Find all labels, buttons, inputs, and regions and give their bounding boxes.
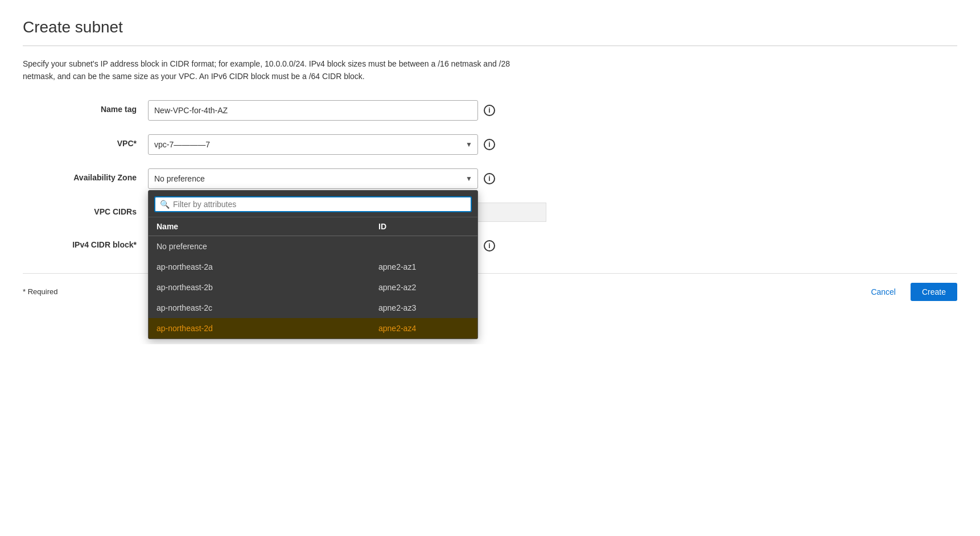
vpc-select[interactable]: vpc-7————7 ▼	[148, 134, 478, 155]
az-info-icon[interactable]: i	[484, 173, 495, 184]
ipv4-cidr-label: IPv4 CIDR block*	[23, 236, 148, 249]
name-tag-label: Name tag	[23, 100, 148, 114]
vpc-select-wrap: vpc-7————7 ▼	[148, 134, 478, 155]
dropdown-item-name-4: ap-northeast-2d	[157, 324, 378, 333]
dropdown-item-id-1: apne2-az1	[378, 262, 470, 271]
dropdown-search-inner: 🔍	[154, 196, 472, 212]
dropdown-items-container: No preferenceap-northeast-2aapne2-az1ap-…	[149, 236, 477, 339]
vpc-control: vpc-7————7 ▼ i	[148, 134, 495, 155]
vpc-value: vpc-7————7	[154, 140, 210, 149]
az-label: Availability Zone	[23, 168, 148, 182]
dropdown-item-0[interactable]: No preference	[149, 236, 477, 257]
dropdown-item-4[interactable]: ap-northeast-2dapne2-az4	[149, 318, 477, 339]
form-section: Name tag i VPC* vpc-7————7 ▼ i Availabi	[23, 100, 957, 256]
dropdown-search-area: 🔍	[149, 191, 477, 217]
az-row: Availability Zone No preference ▼ 🔍	[23, 168, 957, 189]
cancel-button[interactable]: Cancel	[863, 283, 904, 301]
page-description: Specify your subnet's IP address block i…	[23, 57, 535, 83]
az-select-wrap: No preference ▼ 🔍 Name I	[148, 168, 478, 189]
page-title: Create subnet	[23, 18, 957, 36]
dropdown-item-name-1: ap-northeast-2a	[157, 262, 378, 271]
page-container: Create subnet Specify your subnet's IP a…	[0, 0, 980, 344]
az-dropdown-menu: 🔍 Name ID No preferenceap-northeast-2aap…	[148, 190, 478, 339]
dropdown-item-1[interactable]: ap-northeast-2aapne2-az1	[149, 257, 477, 277]
required-note: * Required	[23, 287, 57, 296]
dropdown-item-id-3: apne2-az3	[378, 303, 470, 312]
dropdown-item-name-2: ap-northeast-2b	[157, 283, 378, 292]
az-select[interactable]: No preference ▼	[148, 168, 478, 189]
az-value: No preference	[154, 174, 205, 183]
vpc-info-icon[interactable]: i	[484, 139, 495, 150]
az-chevron-icon: ▼	[466, 175, 472, 183]
vpc-label: VPC*	[23, 134, 148, 148]
name-tag-info-icon[interactable]: i	[484, 105, 495, 116]
dropdown-search-input[interactable]	[173, 200, 466, 209]
dropdown-item-id-4: apne2-az4	[378, 324, 470, 333]
vpc-cidrs-label: VPC CIDRs	[23, 203, 148, 216]
name-tag-control: i	[148, 100, 495, 121]
dropdown-header: Name ID	[149, 217, 477, 236]
dropdown-col-id: ID	[378, 222, 470, 231]
dropdown-col-name: Name	[157, 222, 378, 231]
dropdown-item-3[interactable]: ap-northeast-2capne2-az3	[149, 298, 477, 318]
footer-buttons: Cancel Create	[863, 283, 957, 301]
dropdown-item-id-2: apne2-az2	[378, 283, 470, 292]
dropdown-item-2[interactable]: ap-northeast-2bapne2-az2	[149, 277, 477, 298]
dropdown-item-name-3: ap-northeast-2c	[157, 303, 378, 312]
vpc-chevron-icon: ▼	[466, 141, 472, 149]
create-button[interactable]: Create	[911, 283, 957, 301]
dropdown-item-name-0: No preference	[157, 242, 378, 251]
az-control: No preference ▼ 🔍 Name I	[148, 168, 495, 189]
vpc-row: VPC* vpc-7————7 ▼ i	[23, 134, 957, 155]
name-tag-input[interactable]	[148, 100, 478, 121]
ipv4-cidr-info-icon[interactable]: i	[484, 240, 495, 251]
dropdown-item-id-0	[378, 242, 470, 251]
name-tag-row: Name tag i	[23, 100, 957, 121]
divider	[23, 46, 957, 46]
search-icon: 🔍	[160, 200, 170, 209]
